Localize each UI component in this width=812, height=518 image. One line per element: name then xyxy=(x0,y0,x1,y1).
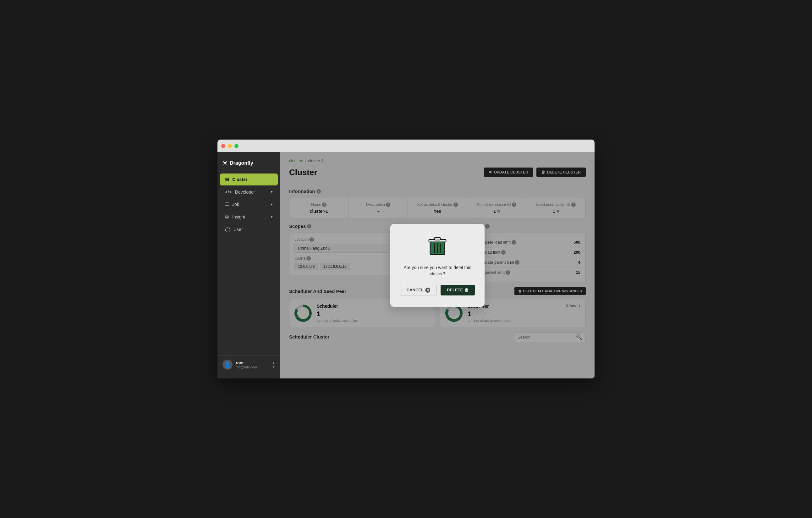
svg-rect-2 xyxy=(435,238,441,240)
job-icon: ☰ xyxy=(225,201,229,207)
sidebar-item-cluster[interactable]: ⊞ Cluster xyxy=(220,173,278,185)
sidebar-item-label: Job xyxy=(232,202,239,207)
chevron-down-icon: ▾ xyxy=(271,202,273,206)
trash-icon: 🗑 xyxy=(464,288,468,292)
modal-overlay: Are you sure you want to delet this clus… xyxy=(280,152,594,378)
delete-confirm-modal: Are you sure you want to delet this clus… xyxy=(390,224,485,307)
sidebar-item-label: User xyxy=(233,227,243,232)
avatar: 👤 xyxy=(223,359,233,370)
sidebar: ✳ Dragonfly ⊞ Cluster </> Developer ▾ ☰ … xyxy=(218,152,280,378)
cluster-icon: ⊞ xyxy=(225,177,229,182)
cancel-icon: ✕ xyxy=(425,288,430,293)
maximize-button[interactable] xyxy=(234,144,238,148)
app-logo: ✳ Dragonfly xyxy=(218,157,280,173)
sidebar-item-label: Cluster xyxy=(232,177,247,182)
insight-icon: ◎ xyxy=(225,214,229,220)
trash-illustration xyxy=(427,235,448,257)
sidebar-item-developer[interactable]: </> Developer ▾ xyxy=(220,186,278,198)
user-info: root root@dfy.com xyxy=(236,361,269,369)
modal-icon xyxy=(403,235,472,258)
user-profile[interactable]: 👤 root root@dfy.com ▲▼ xyxy=(218,355,280,373)
minimize-button[interactable] xyxy=(228,144,232,148)
modal-actions: CANCEL ✕ DELETE 🗑 xyxy=(403,285,472,295)
user-icon: ◯ xyxy=(225,227,230,232)
sidebar-item-user[interactable]: ◯ User xyxy=(220,224,278,235)
sidebar-item-label: Insight xyxy=(232,214,245,220)
modal-text: Are you sure you want to delet this clus… xyxy=(403,265,472,277)
chevron-down-icon: ▾ xyxy=(271,215,273,219)
sidebar-item-label: Developer xyxy=(235,190,255,195)
confirm-delete-button[interactable]: DELETE 🗑 xyxy=(441,285,475,295)
sidebar-nav: ⊞ Cluster </> Developer ▾ ☰ Job ▾ ◎ Insi… xyxy=(218,173,280,355)
user-expand-icon: ▲▼ xyxy=(272,361,275,368)
logo-icon: ✳ xyxy=(223,160,227,167)
cancel-button[interactable]: CANCEL ✕ xyxy=(400,285,437,295)
close-button[interactable] xyxy=(221,144,225,148)
sidebar-item-insight[interactable]: ◎ Insight ▾ xyxy=(220,211,278,223)
titlebar xyxy=(218,140,594,152)
main-content: clusters / cluster-1 Cluster ✏ UPDATE CL… xyxy=(280,152,594,378)
developer-icon: </> xyxy=(225,189,232,195)
user-email: root@dfy.com xyxy=(236,365,269,369)
chevron-down-icon: ▾ xyxy=(271,190,273,194)
app-name: Dragonfly xyxy=(230,160,253,166)
sidebar-item-job[interactable]: ☰ Job ▾ xyxy=(220,198,278,210)
user-name: root xyxy=(236,361,269,365)
